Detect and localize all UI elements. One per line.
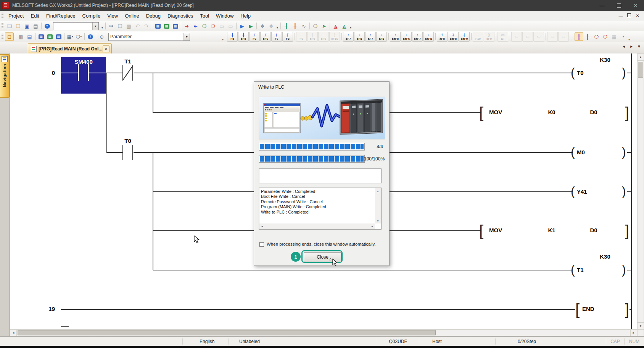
work-window-icon[interactable]: ▤: [25, 32, 34, 41]
instr-mov1-op[interactable]: MOV: [489, 109, 514, 115]
listbox-scroll-right-icon[interactable]: ►: [370, 223, 375, 229]
tab-scroll-right-icon[interactable]: ►: [630, 44, 633, 49]
vscroll-thumb[interactable]: [638, 62, 643, 78]
menu-project[interactable]: Project: [5, 12, 27, 20]
find-device-icon[interactable]: ❍▾: [74, 32, 83, 41]
intelligent-module-icon[interactable]: ❖: [258, 22, 267, 30]
listbox-hscroll[interactable]: ◄ ►: [259, 223, 375, 229]
ladder-symbol-cF10-button[interactable]: ┆cF10: [329, 32, 340, 42]
undo-icon[interactable]: ↶: [133, 22, 142, 30]
cross-reference-icon[interactable]: ⊙: [97, 32, 106, 41]
coil-t0-label[interactable]: T0: [577, 70, 592, 76]
verify-with-plc-icon[interactable]: ◔: [618, 32, 627, 41]
monitor-start-icon[interactable]: ❍: [200, 22, 209, 30]
ladder-symbol-F7-button[interactable]: (F7: [271, 32, 282, 42]
ladder-symbol-F9-button[interactable]: ─F9: [296, 32, 307, 42]
window-close-button[interactable]: ✕: [627, 0, 644, 11]
ladder-monitor-icon[interactable]: ╂: [282, 22, 291, 30]
comment-display-icon[interactable]: ▦: [610, 32, 618, 41]
contact-sm400-selected-cell[interactable]: SM400: [61, 57, 106, 94]
ladder-symbol-F5-button[interactable]: ╂F5: [227, 32, 238, 42]
ladder-symbol-caF0-button[interactable]: ∤caF0: [459, 32, 470, 42]
ladder-symbol-sF5-button[interactable]: ╂sF5: [238, 32, 249, 42]
ladder-symbol-ST-button[interactable]: ▭ST: [497, 32, 508, 42]
data-combo[interactable]: Parameter ▼: [108, 33, 190, 41]
ladder-symbol-saF8-button[interactable]: ↓saF8: [423, 32, 434, 42]
menu-online[interactable]: Online: [121, 12, 143, 20]
window-cascade-icon[interactable]: ▭: [217, 22, 226, 30]
find-coil-icon[interactable]: ❍: [601, 32, 610, 41]
help-icon[interactable]: ?: [43, 22, 52, 30]
device-display-icon[interactable]: ▦: [153, 22, 162, 30]
auto-close-checkbox[interactable]: [259, 242, 264, 247]
dropdown-arrow-icon[interactable]: ▾: [72, 35, 73, 38]
ladder-symbol-cF9-button[interactable]: ╌cF9: [318, 32, 329, 42]
ladder-symbol-F8-button[interactable]: {F8: [282, 32, 293, 42]
toolbar-overflow-icon[interactable]: ▾: [101, 26, 103, 30]
trace-result-icon[interactable]: ◭: [340, 22, 349, 30]
mdi-close-button[interactable]: ✕: [633, 13, 642, 18]
monitor-stop-icon[interactable]: ❍: [209, 22, 217, 30]
mdi-minimize-button[interactable]: —: [617, 13, 625, 18]
toolbar-overflow-icon[interactable]: ▾: [350, 26, 351, 30]
start-monitor-icon[interactable]: ▶: [238, 22, 246, 30]
menu-find-replace[interactable]: Find/Replace: [43, 12, 79, 20]
new-project-icon[interactable]: ❏: [5, 22, 14, 30]
ladder-symbol-aF5-button[interactable]: ↥aF5: [437, 32, 448, 42]
tab-list-menu-icon[interactable]: ▼: [637, 44, 641, 49]
ladder-symbol-button-button[interactable]: ▭: [558, 32, 569, 42]
ladder-symbol-saF7-button[interactable]: ↑saF7: [412, 32, 423, 42]
window-tile-icon[interactable]: ▭: [226, 22, 235, 30]
coil-m0-label[interactable]: M0: [577, 149, 594, 155]
menu-tool[interactable]: Tool: [196, 12, 213, 20]
device-test-icon[interactable]: ▶: [246, 22, 255, 30]
menu-view[interactable]: View: [104, 12, 121, 20]
module-configuration-icon[interactable]: ▥: [16, 32, 25, 41]
find-contact-icon[interactable]: ❍: [592, 32, 601, 41]
listbox-scroll-down-icon[interactable]: ▼: [375, 218, 381, 223]
result-listbox[interactable]: Parameter Write : CompletedBoot File Wri…: [259, 188, 382, 230]
ladder-symbol-aF8-button[interactable]: ↓aF8: [376, 32, 387, 42]
module-tool-icon[interactable]: ❖: [267, 22, 275, 30]
menu-window[interactable]: Window: [213, 12, 237, 20]
ladder-symbol-aF7-button[interactable]: ↑aF7: [365, 32, 376, 42]
device-memory-display-icon[interactable]: ▦: [162, 22, 171, 30]
coil-y41-label[interactable]: Y41: [577, 188, 597, 195]
quick-access-combo[interactable]: ▼: [53, 22, 99, 30]
window-maximize-button[interactable]: [610, 0, 627, 11]
ladder-symbol-sF7-button[interactable]: ↑sF7: [343, 32, 354, 42]
ladder-symbol-sF8-button[interactable]: ↓sF8: [354, 32, 365, 42]
ladder-edit-mode-icon[interactable]: ╂: [575, 32, 583, 41]
mdi-restore-button[interactable]: [625, 13, 633, 18]
toolbar2-overflow-icon[interactable]: ▾: [628, 38, 630, 42]
instr-mov2-dst[interactable]: D0: [582, 227, 605, 233]
watch-window-icon[interactable]: ❍: [311, 22, 320, 30]
listbox-scroll-left-icon[interactable]: ◄: [259, 223, 265, 229]
ladder-symbol-sF6-button[interactable]: ⫽sF6: [260, 32, 271, 42]
ladder-symbol-saF6-button[interactable]: ↓saF6: [401, 32, 412, 42]
tab-prg-read-main[interactable]: [PRG]Read MAIN (Read Onl... ✕: [28, 43, 112, 54]
tab-close-icon[interactable]: ✕: [103, 45, 109, 52]
toolbar-overflow-icon[interactable]: ▾: [222, 38, 224, 42]
device-comment-display-icon[interactable]: ▦: [171, 22, 180, 30]
print-icon[interactable]: ▤: [31, 22, 40, 30]
instr-mov2-src[interactable]: K1: [540, 227, 563, 233]
ladder-symbol-F10-button[interactable]: ─F10: [473, 32, 483, 42]
device-comment-icon[interactable]: ▦: [37, 32, 45, 41]
instr-end[interactable]: END: [582, 306, 609, 312]
paste-icon[interactable]: ▨: [124, 22, 133, 30]
read-mode-icon[interactable]: ╂: [583, 32, 592, 41]
window-minimize-button[interactable]: —: [594, 0, 610, 11]
copy-icon[interactable]: ❐: [116, 22, 124, 30]
instr-mov1-dst[interactable]: D0: [582, 109, 605, 115]
redo-icon[interactable]: ↷: [142, 22, 151, 30]
read-from-plc-icon[interactable]: ➜: [191, 22, 200, 30]
buffer-memory-monitor-icon[interactable]: ∿: [299, 22, 308, 30]
instr-mov1-src[interactable]: K0: [540, 109, 563, 115]
device-batch-replace-icon[interactable]: ▦▾: [66, 32, 74, 41]
vscroll-up-icon[interactable]: ▲: [637, 53, 644, 60]
dropdown-arrow-icon[interactable]: ▾: [80, 35, 82, 38]
ladder-symbol-button-button[interactable]: ▭: [547, 32, 558, 42]
contact-t0-label[interactable]: T0: [119, 138, 137, 144]
hscroll-right-icon[interactable]: ►: [630, 329, 637, 336]
